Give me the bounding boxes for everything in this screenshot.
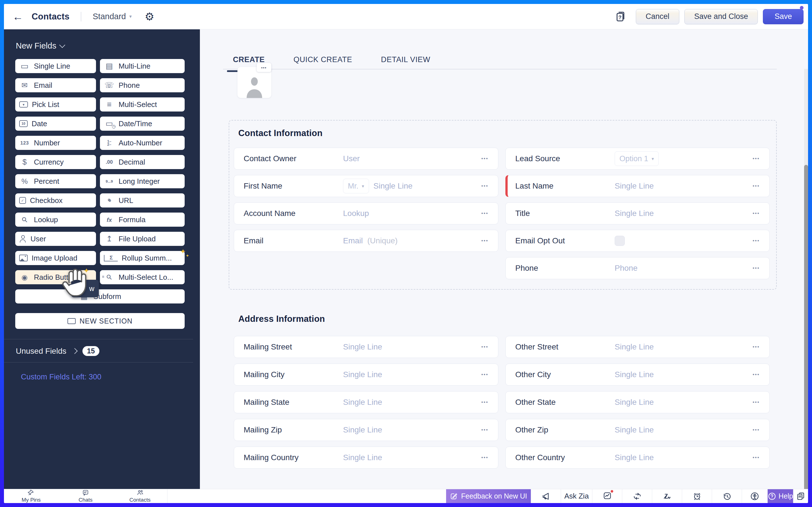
sidebar-field-single-line[interactable]: Single Line: [15, 59, 96, 73]
field-card-lead-source[interactable]: Lead Source Option 1▾: [505, 148, 770, 170]
field-card-other-city[interactable]: Other City Single Line: [505, 363, 770, 386]
more-icon[interactable]: [753, 372, 760, 378]
sidebar-field-url[interactable]: URL: [100, 193, 185, 208]
more-icon[interactable]: [481, 372, 488, 378]
sidebar-field-long-integer[interactable]: Long Integer: [100, 174, 185, 188]
more-icon[interactable]: [481, 156, 488, 162]
loop-button[interactable]: [622, 489, 652, 503]
new-section-button[interactable]: NEW SECTION: [15, 313, 185, 329]
sidebar-field-auto-number[interactable]: Auto-Number: [100, 136, 185, 150]
salutation-select[interactable]: Mr.▾: [343, 179, 369, 193]
new-fields-dropdown[interactable]: New Fields: [4, 30, 200, 59]
more-icon[interactable]: [753, 427, 760, 433]
dock-item-my-pins[interactable]: My Pins: [4, 489, 58, 503]
field-card-title[interactable]: Title Single Line: [505, 203, 770, 224]
more-icon[interactable]: [481, 211, 488, 216]
sidebar-field-phone[interactable]: Phone: [100, 78, 185, 92]
sidebar-field-multi-line[interactable]: Multi-Line: [100, 59, 185, 73]
sidebar-field-percent[interactable]: Percent: [15, 174, 96, 188]
sidebar-field-multi-select-lookup[interactable]: Multi-Select Lo...: [100, 270, 185, 284]
save-button[interactable]: Save: [763, 9, 804, 24]
sidebar-field-email[interactable]: Email: [15, 78, 96, 92]
more-icon[interactable]: [753, 238, 760, 244]
history-button[interactable]: [712, 489, 742, 503]
field-type-label: Auto-Number: [119, 138, 162, 147]
field-card-email[interactable]: Email Email(Unique): [234, 230, 498, 252]
field-card-mailing-state[interactable]: Mailing State Single Line: [234, 391, 498, 413]
zia-button[interactable]: [652, 489, 682, 503]
more-icon[interactable]: [753, 344, 760, 350]
gear-icon[interactable]: ⚙: [144, 11, 154, 22]
sidebar-field-date[interactable]: Date: [15, 117, 96, 131]
contacts-icon: [136, 489, 144, 496]
help-doc-icon[interactable]: ?: [615, 10, 627, 24]
unused-fields-toggle[interactable]: Unused Fields 15: [4, 339, 200, 362]
copy-stack-icon: [796, 492, 805, 501]
tab-quick-create[interactable]: QUICK CREATE: [288, 52, 358, 71]
field-card-mailing-city[interactable]: Mailing City Single Line: [234, 363, 498, 386]
field-card-first-name[interactable]: First Name Mr.▾ Single Line: [234, 175, 498, 197]
avatar-more-icon[interactable]: [257, 63, 271, 72]
more-icon[interactable]: [481, 427, 488, 433]
email-opt-out-checkbox[interactable]: [615, 236, 625, 246]
feedback-on-new-ui-button[interactable]: Feedback on New UI: [446, 489, 531, 503]
sidebar-field-pick-list[interactable]: Pick List: [15, 97, 96, 112]
sidebar-field-user[interactable]: User: [15, 232, 96, 246]
field-card-phone[interactable]: Phone Phone: [505, 257, 770, 279]
section-title: Address Information: [238, 314, 325, 324]
field-card-other-state[interactable]: Other State Single Line: [505, 391, 770, 413]
more-icon[interactable]: [753, 183, 760, 189]
sidebar-field-formula[interactable]: Formula: [100, 213, 185, 227]
more-icon[interactable]: [481, 399, 488, 405]
field-label: Account Name: [244, 209, 343, 218]
scrollbar-thumb[interactable]: [804, 165, 808, 503]
field-card-email-opt-out[interactable]: Email Opt Out: [505, 230, 770, 252]
more-icon[interactable]: [481, 238, 488, 244]
more-icon[interactable]: [753, 156, 760, 162]
sidebar-field-lookup[interactable]: Lookup: [15, 213, 96, 227]
tab-detail-view[interactable]: DETAIL VIEW: [375, 52, 436, 71]
more-icon[interactable]: [481, 183, 488, 189]
field-card-mailing-zip[interactable]: Mailing Zip Single Line: [234, 419, 498, 441]
cancel-button[interactable]: Cancel: [636, 9, 679, 24]
lead-source-select[interactable]: Option 1▾: [615, 151, 659, 166]
field-card-last-name[interactable]: Last Name Single Line: [505, 175, 770, 197]
scrollbar-track[interactable]: [804, 69, 808, 489]
copy-button[interactable]: [793, 489, 808, 503]
save-and-close-button[interactable]: Save and Close: [684, 9, 758, 24]
sidebar-field-subform[interactable]: Subform: [15, 289, 185, 303]
sidebar-field-currency[interactable]: Currency: [15, 155, 96, 169]
sidebar-field-radio-button[interactable]: Radio Button ✦ w: [15, 270, 96, 284]
accessibility-button[interactable]: [742, 489, 767, 503]
field-card-mailing-country[interactable]: Mailing Country Single Line: [234, 447, 498, 469]
more-icon[interactable]: [481, 344, 488, 350]
field-card-contact-owner[interactable]: Contact Owner User: [234, 148, 498, 170]
more-icon[interactable]: [753, 455, 760, 460]
help-button[interactable]: Help: [767, 489, 793, 503]
field-card-mailing-street[interactable]: Mailing Street Single Line: [234, 336, 498, 358]
sidebar-field-checkbox[interactable]: Checkbox: [15, 193, 96, 208]
ask-zia-button[interactable]: Ask Zia: [561, 489, 592, 503]
sidebar-field-rollup-summary[interactable]: Rollup Summ...✦✦: [100, 251, 185, 265]
reminders-button[interactable]: [682, 489, 712, 503]
more-icon[interactable]: [753, 399, 760, 405]
more-icon[interactable]: [753, 265, 760, 271]
more-icon[interactable]: [481, 455, 488, 460]
sidebar-field-date-time[interactable]: Date/Time: [100, 117, 185, 131]
more-icon[interactable]: [753, 211, 760, 216]
field-card-other-zip[interactable]: Other Zip Single Line: [505, 419, 770, 441]
field-card-other-street[interactable]: Other Street Single Line: [505, 336, 770, 358]
announcements-button[interactable]: [531, 489, 561, 503]
analytics-button[interactable]: [592, 489, 622, 503]
sidebar-field-image-upload[interactable]: Image Upload: [15, 251, 96, 265]
sidebar-field-decimal[interactable]: Decimal: [100, 155, 185, 169]
back-icon[interactable]: ←: [12, 11, 23, 22]
dock-item-contacts[interactable]: Contacts: [113, 489, 167, 503]
layout-selector[interactable]: Standard ▾: [93, 12, 131, 21]
sidebar-field-number[interactable]: Number: [15, 136, 96, 150]
sidebar-field-file-upload[interactable]: File Upload: [100, 232, 185, 246]
field-card-account-name[interactable]: Account Name Lookup: [234, 203, 498, 224]
dock-item-chats[interactable]: Chats: [58, 489, 113, 503]
field-card-other-country[interactable]: Other Country Single Line: [505, 447, 770, 469]
sidebar-field-multi-select[interactable]: Multi-Select: [100, 97, 185, 112]
